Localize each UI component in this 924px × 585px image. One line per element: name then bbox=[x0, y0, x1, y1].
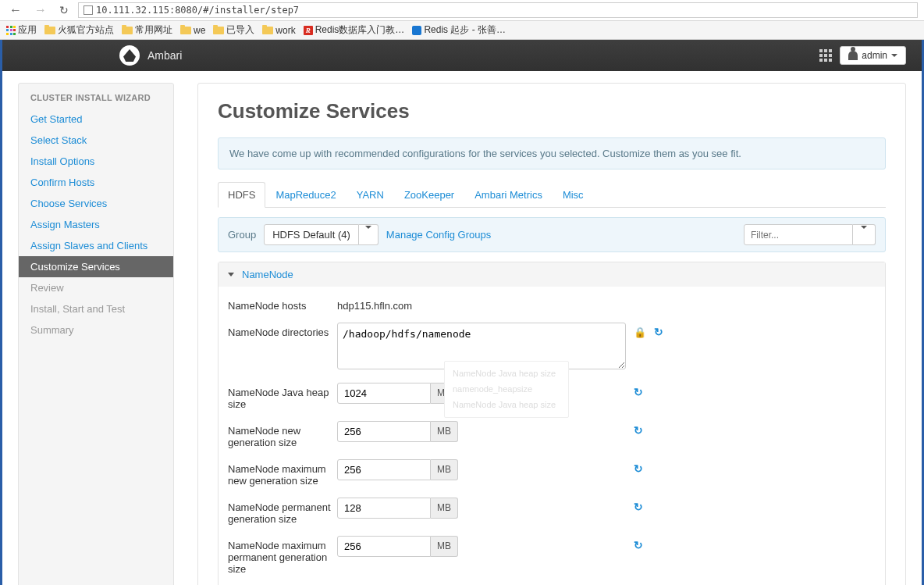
reset-icon[interactable]: ↻ bbox=[634, 424, 643, 437]
unit-label: MB bbox=[431, 498, 458, 519]
label-maxpermgen: NameNode maximum permanent generation si… bbox=[228, 536, 337, 575]
sidebar-item-get-started[interactable]: Get Started bbox=[19, 109, 173, 130]
sidebar-item-choose-services[interactable]: Choose Services bbox=[19, 193, 173, 214]
sidebar-item-confirm-hosts[interactable]: Confirm Hosts bbox=[19, 172, 173, 193]
input-permgen[interactable] bbox=[337, 498, 431, 519]
back-button[interactable]: ← bbox=[6, 3, 25, 17]
tooltip: NameNode Java heap size namenode_heapsiz… bbox=[444, 361, 569, 418]
input-maxnewgen[interactable] bbox=[337, 459, 431, 480]
redis-icon: R bbox=[304, 26, 313, 35]
namenode-panel: NameNode NameNode hosts hdp115.hfln.com … bbox=[218, 262, 886, 585]
sidebar-item-assign-slaves[interactable]: Assign Slaves and Clients bbox=[19, 235, 173, 256]
reset-icon[interactable]: ↻ bbox=[634, 462, 643, 475]
label-permgen: NameNode permanent generation size bbox=[228, 498, 337, 525]
service-tabs: HDFS MapReduce2 YARN ZooKeeper Ambari Me… bbox=[218, 181, 886, 208]
tab-mapreduce2[interactable]: MapReduce2 bbox=[265, 182, 346, 208]
sidebar-item-summary: Summary bbox=[19, 319, 173, 341]
folder-icon bbox=[44, 27, 55, 34]
sidebar-item-assign-masters[interactable]: Assign Masters bbox=[19, 214, 173, 235]
tab-zookeeper[interactable]: ZooKeeper bbox=[394, 182, 464, 208]
bookmark-item[interactable]: Redis 起步 - 张善… bbox=[412, 23, 506, 37]
folder-icon bbox=[213, 27, 224, 34]
label-newgen: NameNode new generation size bbox=[228, 421, 337, 448]
admin-dropdown[interactable]: admin bbox=[840, 46, 906, 65]
sidebar-title: CLUSTER INSTALL WIZARD bbox=[19, 84, 173, 109]
caret-down-icon bbox=[891, 54, 897, 57]
group-selector[interactable]: HDFS Default (4) bbox=[264, 224, 378, 245]
folder-icon bbox=[122, 27, 133, 34]
panel-header[interactable]: NameNode bbox=[219, 262, 885, 287]
input-maxpermgen[interactable] bbox=[337, 536, 431, 557]
unit-label: MB bbox=[431, 536, 458, 557]
label-heap: NameNode Java heap size bbox=[228, 383, 337, 410]
group-label: Group bbox=[228, 229, 256, 241]
sidebar-item-review: Review bbox=[19, 277, 173, 298]
browser-chrome: ← → ↻ 10.111.32.115:8080/#/installer/ste… bbox=[0, 0, 924, 40]
tab-hdfs[interactable]: HDFS bbox=[218, 182, 265, 208]
reset-icon[interactable]: ↻ bbox=[634, 539, 643, 551]
page-title: Customize Services bbox=[218, 99, 886, 123]
main-panel: Customize Services We have come up with … bbox=[197, 83, 906, 585]
unit-label: MB bbox=[431, 459, 458, 480]
forward-button[interactable]: → bbox=[31, 3, 50, 17]
brand-label: Ambari bbox=[147, 49, 182, 62]
site-icon bbox=[412, 26, 421, 35]
label-namenode-dirs: NameNode directories bbox=[228, 323, 337, 338]
input-newgen[interactable] bbox=[337, 421, 431, 442]
folder-icon bbox=[180, 27, 191, 34]
bookmark-item[interactable]: work bbox=[262, 25, 295, 36]
bookmark-item[interactable]: 常用网址 bbox=[122, 23, 172, 37]
reload-button[interactable]: ↻ bbox=[56, 4, 72, 16]
apps-icon bbox=[6, 26, 16, 35]
sidebar-item-install-options[interactable]: Install Options bbox=[19, 151, 173, 172]
folder-icon bbox=[262, 27, 273, 34]
apps-grid-icon[interactable] bbox=[819, 49, 832, 62]
caret-down-icon bbox=[861, 226, 867, 241]
info-alert: We have come up with recommended configu… bbox=[218, 137, 886, 169]
reset-icon[interactable]: ↻ bbox=[634, 501, 643, 513]
bookmark-item[interactable]: 已导入 bbox=[213, 23, 254, 37]
url-text: 10.111.32.115:8080/#/installer/step7 bbox=[96, 5, 299, 16]
manage-config-groups-link[interactable]: Manage Config Groups bbox=[386, 229, 491, 241]
top-nav: Ambari admin bbox=[2, 40, 922, 71]
config-group-bar: Group HDFS Default (4) Manage Config Gro… bbox=[218, 217, 886, 252]
value-namenode-hosts: hdp115.hfln.com bbox=[337, 296, 626, 312]
group-selected[interactable]: HDFS Default (4) bbox=[264, 224, 359, 245]
filter-dropdown-toggle[interactable] bbox=[853, 224, 876, 245]
tab-yarn[interactable]: YARN bbox=[346, 182, 394, 208]
unit-label: MB bbox=[431, 421, 458, 442]
bookmark-item[interactable]: RRedis数据库入门教… bbox=[304, 23, 405, 37]
ambari-logo[interactable] bbox=[119, 45, 140, 66]
sidebar-item-customize-services[interactable]: Customize Services bbox=[19, 256, 173, 277]
reset-icon[interactable]: ↻ bbox=[634, 386, 643, 398]
sidebar-item-install-start-test: Install, Start and Test bbox=[19, 298, 173, 319]
panel-title: NameNode bbox=[242, 269, 293, 280]
tab-ambari-metrics[interactable]: Ambari Metrics bbox=[464, 182, 553, 208]
input-heap[interactable] bbox=[337, 383, 431, 404]
sidebar-item-select-stack[interactable]: Select Stack bbox=[19, 130, 173, 151]
page-icon bbox=[84, 5, 93, 15]
user-icon bbox=[848, 51, 858, 60]
group-dropdown-toggle[interactable] bbox=[359, 224, 378, 245]
tab-misc[interactable]: Misc bbox=[553, 182, 594, 208]
label-namenode-hosts: NameNode hosts bbox=[228, 296, 337, 312]
url-bar[interactable]: 10.111.32.115:8080/#/installer/step7 bbox=[78, 2, 918, 18]
caret-down-icon bbox=[365, 226, 371, 241]
bookmark-item[interactable]: we bbox=[180, 25, 205, 36]
label-maxnewgen: NameNode maximum new generation size bbox=[228, 459, 337, 487]
filter-input[interactable] bbox=[744, 224, 853, 245]
apps-menu[interactable]: 应用 bbox=[6, 23, 37, 37]
wizard-sidebar: CLUSTER INSTALL WIZARD Get Started Selec… bbox=[18, 83, 174, 585]
lock-icon: 🔒 bbox=[634, 326, 646, 338]
collapse-icon bbox=[228, 273, 234, 276]
reset-icon[interactable]: ↻ bbox=[654, 326, 663, 338]
bookmark-item[interactable]: 火狐官方站点 bbox=[44, 23, 114, 37]
